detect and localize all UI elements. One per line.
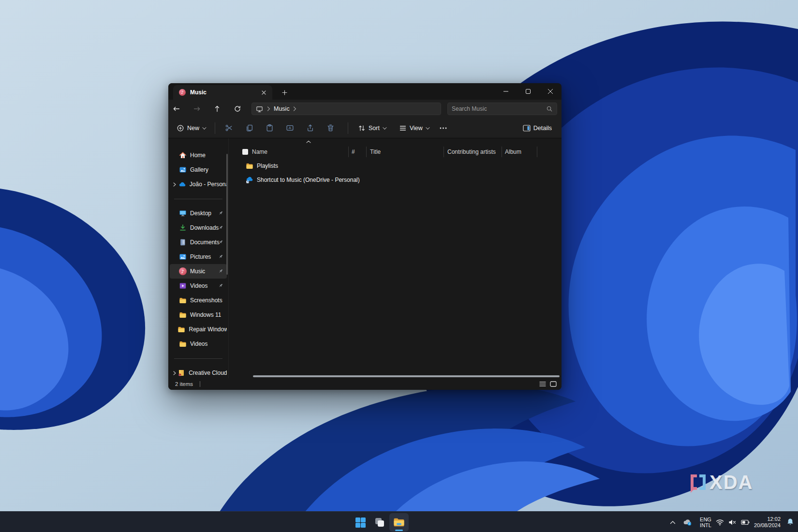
sidebar-item-repair-windows[interactable]: Repair Windows: [170, 322, 227, 337]
this-pc-icon[interactable]: [256, 105, 263, 113]
rename-button[interactable]: A: [281, 121, 298, 135]
sidebar-item-onedrive-personal[interactable]: João - Personal: [170, 177, 227, 192]
window-body: Home Gallery João - Person: [168, 138, 562, 378]
back-button[interactable]: [169, 102, 184, 116]
chevron-down-icon: [202, 125, 206, 129]
tab-music[interactable]: ♪ Music: [173, 85, 272, 100]
tab-close-icon[interactable]: [259, 88, 268, 97]
language-indicator[interactable]: ENG INTL: [700, 517, 711, 528]
refresh-button[interactable]: [230, 102, 245, 116]
pictures-icon: [178, 253, 187, 261]
search-box[interactable]: [447, 103, 557, 115]
breadcrumb-chevron-icon[interactable]: [293, 106, 296, 111]
forward-button[interactable]: [190, 102, 204, 116]
sidebar-item-downloads[interactable]: Downloads: [170, 221, 227, 235]
column-header-number[interactable]: #: [352, 145, 355, 159]
chevron-right-icon[interactable]: [171, 371, 177, 375]
sidebar-item-home[interactable]: Home: [170, 148, 227, 163]
clock[interactable]: 12:02 20/08/2024: [754, 516, 781, 529]
sidebar-item-screenshots[interactable]: Screenshots: [170, 293, 227, 308]
file-name: Shortcut to Music (OneDrive - Personal): [257, 177, 360, 183]
sidebar-item-documents[interactable]: Documents: [170, 235, 227, 250]
svg-text:Cc: Cc: [179, 374, 181, 376]
more-options-button[interactable]: [437, 121, 450, 135]
xda-watermark-text: XDA: [709, 474, 753, 490]
column-divider[interactable]: [443, 147, 444, 157]
sidebar-item-pictures[interactable]: Pictures: [170, 250, 227, 264]
copy-button[interactable]: [241, 121, 257, 135]
column-header-title[interactable]: Title: [370, 145, 381, 159]
sort-ascending-icon: [306, 140, 311, 143]
thumbnail-view-toggle[interactable]: [550, 381, 557, 387]
status-divider: [200, 381, 200, 387]
close-button[interactable]: [539, 83, 562, 100]
column-header-name[interactable]: Name: [252, 145, 267, 159]
file-explorer-taskbar-button[interactable]: [389, 513, 409, 532]
sidebar-item-videos-folder[interactable]: Videos: [170, 337, 227, 351]
wifi-icon[interactable]: [716, 519, 724, 526]
file-list-pane: Name # Title Contributing artists Album …: [229, 138, 562, 378]
breadcrumb-location[interactable]: Music: [274, 105, 290, 112]
cut-button[interactable]: [221, 121, 237, 135]
desktop: XDA ♪ Music: [0, 0, 798, 532]
chevron-right-icon[interactable]: [171, 182, 178, 187]
new-tab-button[interactable]: [279, 87, 290, 98]
onedrive-icon: [178, 180, 186, 189]
toolbar-separator: [215, 122, 215, 134]
select-all-checkbox[interactable]: [242, 145, 248, 159]
tab-title: Music: [190, 89, 259, 96]
task-view-button[interactable]: [370, 513, 389, 532]
sidebar-item-videos[interactable]: Videos: [170, 279, 227, 293]
pin-icon: [218, 283, 223, 288]
up-button[interactable]: [210, 102, 224, 116]
status-bar: 2 items: [168, 378, 562, 390]
column-divider[interactable]: [502, 147, 502, 157]
sidebar-item-windows-11[interactable]: Windows 11: [170, 308, 227, 322]
xda-watermark: XDA: [691, 474, 753, 490]
sidebar-scrollbar[interactable]: [226, 154, 228, 275]
folder-icon: [178, 296, 187, 305]
toolbar-separator: [348, 122, 348, 134]
start-button[interactable]: [351, 513, 370, 532]
onedrive-shortcut-icon: [245, 176, 253, 184]
chevron-down-icon: [383, 125, 386, 129]
sidebar-item-music[interactable]: ♪ Music: [170, 264, 227, 279]
details-view-toggle[interactable]: [539, 381, 546, 387]
horizontal-scrollbar[interactable]: [253, 375, 560, 377]
share-button[interactable]: [302, 121, 318, 135]
details-button[interactable]: Details: [519, 122, 556, 134]
column-divider[interactable]: [348, 147, 349, 157]
maximize-button[interactable]: [517, 83, 539, 100]
sort-button[interactable]: Sort: [354, 121, 390, 135]
file-row-playlists[interactable]: Playlists: [229, 159, 562, 173]
xda-right-bracket-icon: [699, 474, 706, 490]
battery-icon[interactable]: [741, 519, 750, 525]
sidebar-item-gallery[interactable]: Gallery: [170, 163, 227, 177]
search-icon[interactable]: [546, 105, 553, 112]
view-button[interactable]: View: [395, 121, 433, 135]
address-bar[interactable]: Music: [251, 103, 441, 115]
clock-time: 12:02: [767, 516, 781, 522]
music-icon: ♪: [178, 267, 187, 276]
sidebar-item-desktop[interactable]: Desktop: [170, 206, 227, 221]
column-header-album[interactable]: Album: [505, 145, 521, 159]
column-header-row: Name # Title Contributing artists Album: [229, 145, 562, 159]
onedrive-tray-icon[interactable]: i: [683, 518, 693, 526]
documents-icon: [178, 238, 187, 247]
pin-icon: [218, 239, 223, 245]
breadcrumb-chevron-icon[interactable]: [267, 106, 270, 111]
pin-icon: [218, 210, 223, 216]
column-header-artists[interactable]: Contributing artists: [447, 145, 496, 159]
paste-button[interactable]: [261, 121, 278, 135]
volume-muted-icon[interactable]: [728, 519, 737, 526]
hidden-icons-chevron-icon[interactable]: [670, 520, 676, 524]
minimize-button[interactable]: [495, 83, 517, 100]
column-divider[interactable]: [537, 147, 537, 157]
delete-button[interactable]: [322, 121, 339, 135]
new-button[interactable]: New: [172, 121, 209, 135]
column-divider[interactable]: [366, 147, 367, 157]
file-row-shortcut-to-music[interactable]: Shortcut to Music (OneDrive - Personal): [229, 173, 562, 187]
notification-bell-icon[interactable]: [786, 518, 794, 526]
search-input[interactable]: [452, 105, 546, 112]
music-folder-icon: ♪: [179, 89, 186, 96]
